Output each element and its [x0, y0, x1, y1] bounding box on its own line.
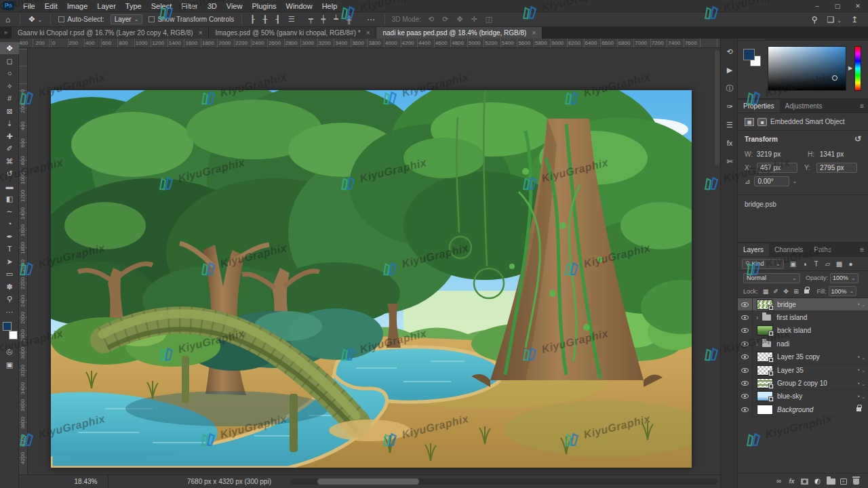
- filter-shape-layers-icon[interactable]: ▱: [822, 260, 833, 268]
- clone-stamp-tool[interactable]: ⌘: [0, 155, 19, 167]
- width-value[interactable]: 3219 px: [757, 150, 798, 158]
- 3d-pan-icon[interactable]: ✥: [452, 15, 467, 24]
- foreground-background-swatches[interactable]: [3, 322, 18, 340]
- info-panel-icon[interactable]: ⓘ: [721, 81, 738, 95]
- layer-thumbnail[interactable]: [757, 300, 773, 310]
- brush-settings-panel-icon[interactable]: ✑: [721, 100, 738, 113]
- align-vertical-centers-icon[interactable]: ☰: [284, 15, 299, 24]
- x-position-field[interactable]: 467 px: [757, 163, 797, 173]
- share-icon[interactable]: ↥: [846, 15, 863, 24]
- filter-kind-dropdown[interactable]: ⚲ Kind ⌄: [742, 259, 784, 269]
- distribute-vertical-icon[interactable]: ╫: [342, 16, 356, 24]
- menu-view[interactable]: View: [222, 0, 248, 12]
- tab-adjustments[interactable]: Adjustments: [780, 100, 828, 113]
- menu-plugins[interactable]: Plugins: [247, 0, 281, 12]
- minimize-button[interactable]: –: [807, 0, 827, 12]
- lock-transparency-icon[interactable]: ▦: [761, 288, 771, 295]
- background-swatch[interactable]: [9, 331, 18, 340]
- tools-panel-icon[interactable]: ✄: [721, 155, 738, 168]
- canvas-vertical-scrollbar[interactable]: [715, 50, 719, 165]
- y-position-field[interactable]: 2795 px: [816, 163, 857, 173]
- workspace-switcher-icon[interactable]: ❏⌄: [822, 15, 846, 24]
- tab-paths[interactable]: Paths: [808, 243, 837, 256]
- layer-thumbnail[interactable]: [757, 325, 773, 336]
- visibility-cell[interactable]: [738, 403, 753, 415]
- link-layers-icon[interactable]: ∞: [772, 477, 785, 485]
- layer-row-background[interactable]: Background: [738, 403, 868, 416]
- layer-thumbnail[interactable]: [757, 391, 773, 401]
- layer-row-first-island[interactable]: ›first island: [738, 311, 868, 324]
- eye-icon[interactable]: [741, 407, 749, 412]
- menu-layer[interactable]: Layer: [92, 0, 121, 12]
- auto-select-target-dropdown[interactable]: Layer⌄: [111, 14, 143, 24]
- menu-3d[interactable]: 3D: [203, 0, 222, 12]
- history-brush-tool[interactable]: ↺: [0, 167, 19, 180]
- height-value[interactable]: 1341 px: [820, 150, 861, 158]
- delete-layer-icon[interactable]: [850, 477, 863, 485]
- chevron-down-icon[interactable]: ⌄: [861, 394, 865, 399]
- document-tab[interactable]: nadi ke paas ped.psd @ 18.4% (bridge, RG…: [376, 27, 542, 39]
- history-panel-icon[interactable]: ⟲: [721, 45, 738, 58]
- eye-icon[interactable]: [741, 354, 749, 359]
- tab-overflow-icon[interactable]: »: [0, 27, 12, 39]
- close-button[interactable]: ✕: [848, 0, 868, 12]
- filter-type-layers-icon[interactable]: T: [810, 260, 822, 268]
- layer-thumbnail[interactable]: [757, 352, 773, 362]
- document-tab[interactable]: Gaanv ki Chopal r.psd @ 16.7% (Layer 20 …: [12, 27, 209, 39]
- photoshop-logo-icon[interactable]: Ps: [3, 1, 14, 10]
- opacity-field[interactable]: 100% ⌄: [830, 273, 859, 283]
- marquee-tool[interactable]: ◻: [0, 55, 19, 67]
- visibility-cell[interactable]: [738, 364, 753, 376]
- disclosure-icon[interactable]: ›: [756, 314, 758, 321]
- visibility-cell[interactable]: [738, 351, 753, 363]
- layer-row-layer-35[interactable]: Layer 35◔⌄: [738, 364, 868, 377]
- filter-pixel-layers-icon[interactable]: ▣: [787, 260, 799, 268]
- tab-properties[interactable]: Properties: [738, 100, 780, 113]
- checkbox-icon[interactable]: [149, 16, 155, 22]
- disclosure-icon[interactable]: ›: [756, 340, 758, 348]
- chevron-down-icon[interactable]: ⌄: [861, 355, 865, 360]
- tab-close-icon[interactable]: ×: [366, 27, 370, 39]
- tab-channels[interactable]: Channels: [769, 243, 808, 256]
- visibility-cell[interactable]: [738, 298, 753, 310]
- layer-row-layer-35-copy[interactable]: Layer 35 copy◔⌄: [738, 351, 868, 364]
- zoom-tool[interactable]: ⚲: [0, 293, 19, 305]
- color-field-marker[interactable]: [832, 75, 837, 81]
- move-tool[interactable]: ✥: [0, 42, 19, 54]
- menu-help[interactable]: Help: [317, 0, 342, 12]
- 3d-camera-icon[interactable]: ◫: [481, 15, 496, 24]
- menu-window[interactable]: Window: [281, 0, 317, 12]
- quick-mask-mode-icon[interactable]: ◎: [0, 345, 19, 357]
- restore-button[interactable]: ▢: [827, 0, 848, 12]
- align-right-edges-icon[interactable]: ┨: [271, 15, 284, 24]
- document-tab[interactable]: Images.psd @ 50% (gaanv ki chopal, RGB/8…: [209, 27, 376, 39]
- menu-type[interactable]: Type: [121, 0, 146, 12]
- eye-icon[interactable]: [741, 368, 749, 373]
- visibility-cell[interactable]: [738, 338, 753, 350]
- align-left-edges-icon[interactable]: ┠: [246, 15, 259, 24]
- chevron-down-icon[interactable]: ⌄: [861, 368, 865, 373]
- menu-image[interactable]: Image: [62, 0, 93, 12]
- 3d-orbit-icon[interactable]: ⟲: [424, 15, 438, 24]
- new-layer-icon[interactable]: +: [837, 477, 850, 485]
- path-selection-tool[interactable]: ➤: [0, 256, 19, 268]
- layer-row-nadi[interactable]: ›nadi: [738, 338, 868, 350]
- auto-select-checkbox[interactable]: Auto-Select:: [58, 16, 104, 23]
- tab-close-icon[interactable]: ×: [199, 27, 203, 39]
- rotation-field[interactable]: 0.00°: [754, 176, 789, 186]
- eye-icon[interactable]: [741, 315, 749, 320]
- properties-panel-menu-icon[interactable]: ≡: [856, 100, 868, 113]
- crop-tool[interactable]: #: [0, 92, 19, 104]
- foreground-swatch[interactable]: [3, 322, 12, 331]
- gradient-tool[interactable]: ◧: [0, 192, 19, 205]
- hue-slider[interactable]: [854, 46, 861, 91]
- reset-transform-icon[interactable]: ↺: [854, 134, 861, 144]
- canvas-horizontal-scrollbar[interactable]: [290, 479, 717, 485]
- layer-row-bridge[interactable]: bridge◔⌄: [738, 298, 868, 311]
- checkbox-icon[interactable]: [58, 16, 64, 22]
- actions-panel-icon[interactable]: ▶: [721, 63, 738, 77]
- layer-thumbnail[interactable]: [757, 365, 773, 375]
- filter-toggle-icon[interactable]: ●: [845, 260, 856, 268]
- zoom-level-field[interactable]: 18.43%: [64, 475, 108, 488]
- chevron-down-icon[interactable]: ⌄: [861, 382, 865, 386]
